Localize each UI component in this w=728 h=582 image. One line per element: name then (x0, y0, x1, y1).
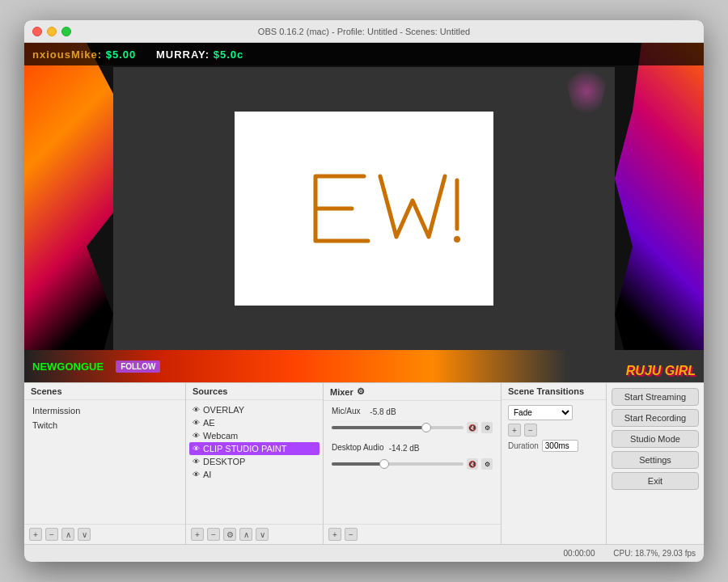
source-item-ae[interactable]: 👁 AE (189, 416, 320, 429)
source-item-clip-studio[interactable]: 👁 CLIP STUDIO PAINT (189, 442, 320, 455)
channel-name-desktop: Desktop Audio (332, 443, 384, 452)
source-item-overlay[interactable]: 👁 OVERLAY (189, 403, 320, 416)
window-title: OBS 0.16.2 (mac) - Profile: Untitled - S… (258, 27, 470, 36)
follow-button[interactable]: FOLLOW (116, 361, 160, 373)
mixer-channels: Mic/Aux -5.8 dB 🔇 ⚙ Desk (324, 401, 501, 524)
eye-icon: 👁 (193, 419, 200, 427)
mixer-add-button[interactable]: + (328, 528, 341, 541)
transitions-title: Scene Transitions (508, 386, 584, 396)
drawing-canvas (235, 112, 493, 306)
center-screen (113, 67, 615, 350)
mixer-title: Mixer (330, 387, 353, 397)
transitions-content: Fade + − Duration (502, 400, 606, 544)
status-bar: 00:00:00 CPU: 18.7%, 29.03 fps (24, 544, 704, 562)
transition-type-row: Fade (505, 403, 603, 422)
studio-mode-button[interactable]: Studio Mode (612, 430, 699, 448)
mute-button-desktop[interactable]: 🔇 (467, 458, 478, 470)
channel-db-desktop: -14.2 dB (387, 444, 420, 453)
sources-up-button[interactable]: ∧ (239, 528, 252, 541)
mixer-slider-mic[interactable] (332, 426, 463, 429)
status-cpu: CPU: 18.7%, 29.03 fps (613, 549, 696, 558)
settings-button[interactable]: Settings (612, 451, 699, 469)
start-streaming-button[interactable]: Start Streaming (612, 388, 699, 406)
start-recording-button[interactable]: Start Recording (612, 409, 699, 427)
maximize-button[interactable] (61, 27, 71, 36)
scenes-title: Scenes (31, 386, 62, 396)
eye-icon: 👁 (193, 432, 200, 440)
scene-item-intermission[interactable]: Intermission (28, 403, 182, 418)
mixer-thumb-mic[interactable] (421, 423, 431, 432)
user1-amount: $5.00 (106, 48, 137, 61)
source-item-desktop[interactable]: 👁 DESKTOP (189, 455, 320, 468)
brand-logo: RUJU GIRL (626, 364, 696, 378)
user2-amount: $5.0c (214, 48, 244, 61)
mute-button-mic[interactable]: 🔇 (467, 422, 478, 433)
sources-down-button[interactable]: ∨ (256, 528, 269, 541)
mixer-slider-row-desktop: 🔇 ⚙ (332, 458, 493, 470)
ew-drawing (235, 112, 493, 306)
transitions-add-button[interactable]: + (508, 424, 521, 436)
top-bar-overlay: nxiousMike: $5.00 MURRAY: $5.0c (24, 43, 704, 65)
sources-add-button[interactable]: + (191, 528, 204, 541)
sources-title: Sources (193, 386, 227, 396)
panel-scenes: Scenes Intermission Twitch + − ∧ ∨ (24, 383, 186, 544)
mixer-channel-row: Mic/Aux -5.8 dB (332, 407, 493, 417)
mixer-thumb-desktop[interactable] (379, 459, 389, 469)
sources-footer: + − ⚙ ∧ ∨ (186, 524, 323, 544)
settings-button-desktop[interactable]: ⚙ (481, 458, 493, 470)
scene-item-twitch[interactable]: Twitch (28, 418, 182, 432)
mixer-header: Mixer ⚙ (324, 383, 501, 401)
eye-icon: 👁 (193, 445, 200, 453)
scenes-add-button[interactable]: + (29, 528, 42, 541)
panel-transitions: Scene Transitions Fade + − Duration (502, 383, 607, 544)
user1-name: nxiousMike: (32, 48, 106, 61)
duration-label: Duration (508, 441, 539, 450)
scenes-footer: + − ∧ ∨ (24, 524, 185, 544)
sources-remove-button[interactable]: − (207, 528, 220, 541)
svg-point-0 (454, 236, 460, 242)
status-time: 00:00:00 (564, 549, 595, 558)
titlebar: OBS 0.16.2 (mac) - Profile: Untitled - S… (24, 20, 704, 43)
channel-name-mic: Mic/Aux (332, 407, 361, 415)
preview-area: nxiousMike: $5.00 MURRAY: $5.0c NEWGONGU… (24, 43, 704, 382)
mixer-slider-desktop[interactable] (332, 462, 463, 466)
transitions-remove-button[interactable]: − (524, 424, 537, 436)
panel-buttons: Start Streaming Start Recording Studio M… (607, 383, 704, 544)
mixer-footer: + − (324, 524, 501, 544)
obs-window: OBS 0.16.2 (mac) - Profile: Untitled - S… (24, 20, 704, 562)
mixer-channel-desktop: Desktop Audio -14.2 dB 🔇 ⚙ (327, 441, 497, 477)
mixer-channel-row2: Desktop Audio -14.2 dB (332, 443, 493, 453)
status-separator (603, 549, 605, 558)
user2-name: MURRAY: $5.0c (156, 48, 243, 61)
mixer-fill-desktop (332, 462, 384, 466)
minimize-button[interactable] (47, 27, 57, 36)
exit-button[interactable]: Exit (612, 472, 699, 490)
bottom-panels: Scenes Intermission Twitch + − ∧ ∨ Sourc… (24, 382, 704, 544)
traffic-lights (32, 27, 71, 36)
settings-button-mic[interactable]: ⚙ (481, 422, 493, 433)
scenes-remove-button[interactable]: − (45, 528, 58, 541)
transition-type-select[interactable]: Fade (508, 405, 573, 420)
scenes-down-button[interactable]: ∨ (78, 528, 91, 541)
duration-input[interactable] (542, 440, 578, 452)
scenes-list: Intermission Twitch (24, 400, 185, 524)
transitions-plus-minus: + − (505, 422, 603, 438)
bottom-stream-bar: NEWGONGUE FOLLOW (24, 350, 704, 382)
sources-header: Sources (186, 383, 323, 400)
mixer-gear-icon[interactable]: ⚙ (357, 386, 365, 397)
mixer-slider-row-mic: 🔇 ⚙ (332, 422, 493, 433)
sources-settings-button[interactable]: ⚙ (223, 528, 236, 541)
scenes-header: Scenes (24, 383, 185, 400)
panel-sources: Sources 👁 OVERLAY 👁 AE 👁 Webcam 👁 CLIP (186, 383, 324, 544)
source-item-webcam[interactable]: 👁 Webcam (189, 429, 320, 442)
mixer-fill-mic (332, 426, 426, 429)
stream-username: NEWGONGUE (32, 361, 104, 373)
mixer-remove-button[interactable]: − (345, 528, 358, 541)
transition-duration-row: Duration (505, 438, 603, 453)
source-item-ai[interactable]: 👁 AI (189, 468, 320, 481)
eye-icon: 👁 (193, 458, 200, 466)
channel-db-mic: -5.8 dB (364, 407, 396, 416)
close-button[interactable] (32, 27, 42, 36)
splatter-left (24, 43, 113, 382)
scenes-up-button[interactable]: ∧ (61, 528, 74, 541)
